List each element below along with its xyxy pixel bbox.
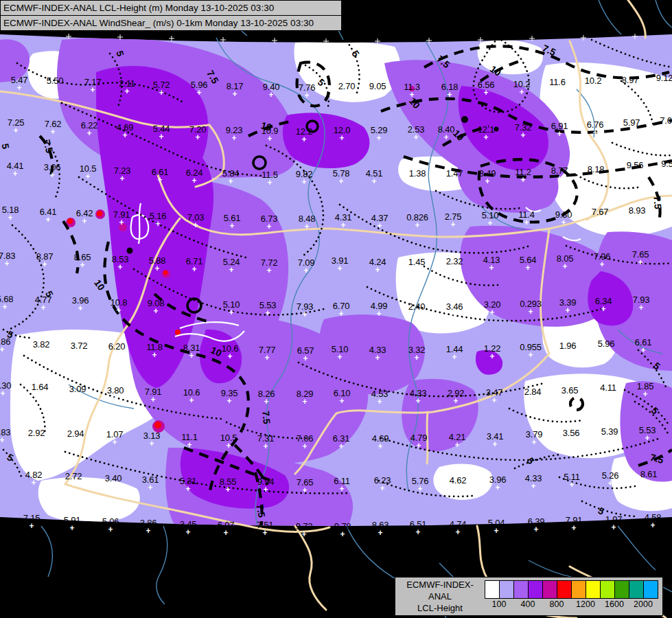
legend-tick: 400	[521, 599, 535, 609]
legend-tick: 1600	[605, 599, 624, 609]
legend-tick: 1200	[576, 599, 595, 609]
contour-line-label: 7.5	[651, 196, 664, 210]
contour-line-label: 7.5	[205, 69, 221, 86]
legend-swatch	[485, 580, 500, 599]
legend-swatch	[513, 580, 529, 599]
contour-line-label: 7.5	[254, 503, 267, 518]
legend-tick: 800	[550, 599, 564, 609]
legend-swatch	[499, 580, 514, 599]
weather-map: 5.47+5.50+7.17+2.11+5.72+5.96+8.17+9.40+…	[0, 0, 672, 618]
contour-line-label: 5	[596, 505, 607, 517]
legend-heading: ECMWF-INDEX-ANAL	[395, 580, 485, 603]
contour-line-label: 10	[451, 128, 466, 143]
contour-line-label: 5	[0, 143, 12, 150]
legend-tick: 2000	[634, 599, 653, 609]
contour-line-label: 5	[43, 289, 56, 299]
legend-swatch	[629, 580, 644, 599]
titlebar-windshear: ECMWF-INDEX-ANAL WindShear_ (m/s) 0-1km …	[0, 15, 342, 31]
legend-swatch	[600, 580, 615, 599]
contour-line-label: 10	[259, 119, 273, 133]
contour-line-label: 5	[114, 49, 126, 58]
contour-line-label: 5	[524, 455, 537, 466]
legend-ticks: 100400800120016002000	[485, 599, 658, 610]
contour-line-label: 10	[209, 344, 224, 358]
contour-label-layer: 57.5557.51057.5107.510107.51055107.55557…	[0, 0, 672, 618]
legend-swatch	[614, 580, 629, 599]
legend-swatch	[586, 580, 601, 599]
legend-swatch	[557, 580, 572, 599]
contour-line-label: 5	[5, 328, 15, 341]
contour-line-label: 7.5	[649, 452, 665, 466]
contour-line-label: 5	[349, 48, 362, 59]
legend-swatches	[485, 580, 658, 599]
contour-line-label: 10	[407, 95, 422, 111]
contour-line-label: 7.5	[260, 411, 273, 425]
legend-swatch	[571, 580, 586, 599]
legend: ECMWF-INDEX-ANAL LCL-Height m 1004008001…	[395, 577, 663, 616]
contour-line-label: 5	[316, 76, 327, 88]
legend-tick: 100	[492, 599, 507, 609]
legend-unit: m	[395, 615, 485, 618]
contour-line-label: 10	[488, 63, 503, 78]
contour-line-label: 7.5	[541, 43, 557, 58]
legend-swatch	[643, 580, 658, 599]
contour-line-label: 10	[92, 277, 107, 293]
contour-line-label: 7.5	[41, 139, 55, 154]
legend-sublabel: LCL-Height	[395, 603, 485, 615]
titlebar-lcl-height: ECMWF-INDEX-ANAL LCL-Height (m) Monday 1…	[0, 0, 342, 16]
contour-line-label: 5	[5, 451, 16, 464]
contour-line-label: 5	[649, 405, 661, 417]
legend-scale: 100400800120016002000	[485, 580, 658, 615]
legend-swatch	[528, 580, 543, 599]
contour-line-label: 5	[651, 360, 662, 371]
legend-text: ECMWF-INDEX-ANAL LCL-Height m	[395, 577, 485, 615]
contour-line-label: 7.5	[435, 54, 452, 71]
legend-swatch	[542, 580, 557, 599]
